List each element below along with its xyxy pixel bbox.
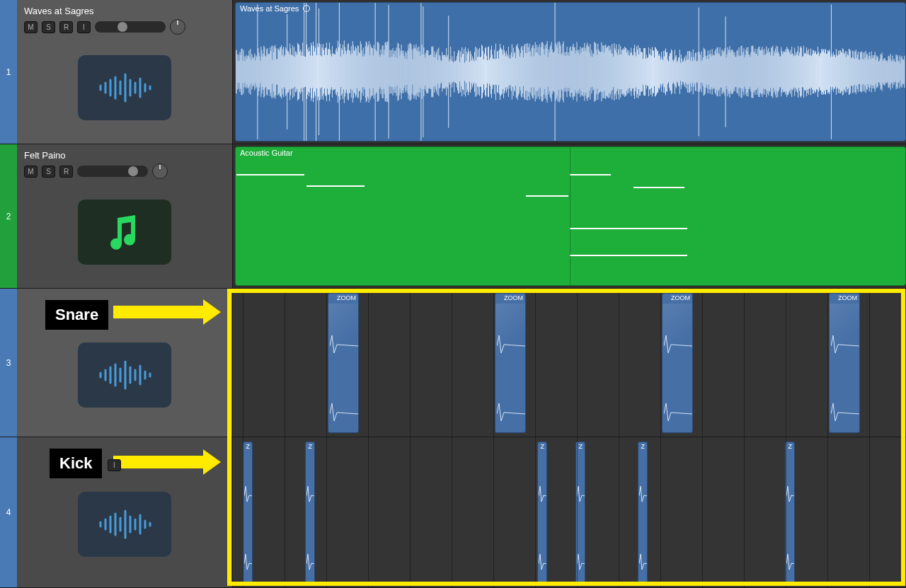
solo-button[interactable]: S bbox=[42, 166, 55, 178]
track-icon-wrap bbox=[24, 183, 225, 281]
track-number[interactable]: 4 bbox=[0, 437, 17, 587]
waveform-icon bbox=[78, 492, 171, 557]
clip-label: Z bbox=[579, 443, 583, 450]
record-button[interactable]: R bbox=[59, 166, 73, 178]
clip-label: Z bbox=[309, 443, 313, 450]
region-name: Acoustic Guitar bbox=[240, 149, 293, 157]
mute-button[interactable]: M bbox=[24, 21, 38, 33]
track-icon-wrap bbox=[24, 468, 225, 580]
track-controls: M S R I bbox=[24, 19, 225, 35]
midi-note[interactable] bbox=[570, 255, 687, 256]
track-name: Waves at Sagres bbox=[24, 6, 225, 16]
track-body: Waves at Sagres M S R I bbox=[17, 0, 232, 144]
timeline-panel[interactable]: Waves at Sagres Acoustic Guitar bbox=[233, 0, 906, 588]
clip-waveform-icon bbox=[577, 550, 585, 578]
bar-divider bbox=[570, 147, 570, 285]
track-number[interactable]: 2 bbox=[0, 144, 17, 288]
daw-app: 1 Waves at Sagres M S R I bbox=[0, 0, 906, 588]
lane-snare[interactable]: ZOOM ZOOM ZOOM ZOOM bbox=[233, 289, 906, 437]
snare-annotation-arrow bbox=[113, 306, 204, 318]
lane-midi-guitar[interactable]: Acoustic Guitar bbox=[233, 144, 906, 289]
volume-slider[interactable] bbox=[77, 166, 148, 177]
pan-knob[interactable] bbox=[152, 163, 168, 179]
clip-waveform-icon bbox=[539, 482, 547, 510]
midi-note[interactable] bbox=[306, 185, 365, 187]
clip-waveform-icon bbox=[786, 550, 795, 578]
waveform-display bbox=[236, 3, 905, 141]
kick-clip[interactable]: Z bbox=[537, 442, 547, 583]
kick-annotation-label: Kick bbox=[50, 449, 102, 478]
midi-note[interactable] bbox=[633, 187, 684, 188]
waveform-icon bbox=[78, 342, 171, 408]
volume-slider[interactable] bbox=[95, 21, 166, 33]
clip-label: Z bbox=[541, 443, 545, 450]
clip-label: ZOOM bbox=[671, 294, 690, 301]
track-number[interactable]: 3 bbox=[0, 289, 17, 437]
midi-note[interactable] bbox=[236, 174, 304, 175]
clip-label: ZOOM bbox=[504, 294, 523, 301]
clip-label: ZOOM bbox=[337, 294, 356, 301]
kick-clip[interactable]: Z bbox=[638, 442, 648, 583]
clip-label: ZOOM bbox=[838, 294, 857, 301]
record-button[interactable]: R bbox=[59, 21, 73, 33]
snare-clip[interactable]: ZOOM bbox=[662, 293, 693, 433]
midi-note[interactable] bbox=[570, 174, 611, 175]
track-header-1[interactable]: 1 Waves at Sagres M S R I bbox=[0, 0, 232, 144]
track-icon-wrap bbox=[24, 320, 225, 430]
clip-waveform-icon bbox=[306, 550, 315, 578]
midi-note[interactable] bbox=[570, 228, 687, 229]
kick-clip[interactable]: Z bbox=[575, 442, 585, 583]
clip-waveform-icon bbox=[497, 400, 525, 428]
track-controls: M S R bbox=[24, 163, 225, 179]
tracks-panel: 1 Waves at Sagres M S R I bbox=[0, 0, 233, 588]
clip-waveform-icon bbox=[330, 400, 358, 428]
midi-note[interactable] bbox=[526, 195, 568, 197]
track-name: Felt Paino bbox=[24, 150, 225, 161]
kick-clip[interactable]: Z bbox=[305, 442, 315, 583]
mute-button[interactable]: M bbox=[24, 166, 38, 178]
kick-annotation-arrow bbox=[113, 456, 204, 468]
clip-waveform-icon bbox=[786, 482, 795, 510]
solo-button[interactable]: S bbox=[42, 21, 55, 33]
clip-waveform-icon bbox=[577, 482, 585, 510]
track-body: Felt Paino M S R bbox=[17, 144, 232, 288]
clip-label: Z bbox=[789, 443, 793, 450]
kick-clip[interactable]: Z bbox=[243, 442, 253, 583]
track-number[interactable]: 1 bbox=[0, 0, 17, 144]
snare-clip[interactable]: ZOOM bbox=[328, 293, 359, 433]
clip-waveform-icon bbox=[244, 482, 253, 510]
snare-annotation-label: Snare bbox=[45, 300, 108, 330]
midi-region[interactable]: Acoustic Guitar bbox=[235, 146, 906, 286]
clip-waveform-icon bbox=[831, 400, 859, 428]
clip-waveform-icon bbox=[306, 482, 315, 510]
region-label: Acoustic Guitar bbox=[240, 149, 293, 157]
input-button[interactable]: I bbox=[108, 459, 121, 471]
clip-label: Z bbox=[246, 443, 251, 450]
clip-label: Z bbox=[641, 443, 646, 450]
clip-waveform-icon bbox=[244, 550, 253, 578]
clip-waveform-icon bbox=[639, 550, 648, 578]
pan-knob[interactable] bbox=[170, 19, 185, 35]
track-icon-wrap bbox=[24, 39, 225, 137]
music-note-icon bbox=[78, 200, 171, 265]
input-button[interactable]: I bbox=[77, 21, 91, 33]
waveform-icon bbox=[78, 55, 171, 120]
lane-audio-waves[interactable]: Waves at Sagres bbox=[233, 0, 906, 144]
kick-clip[interactable]: Z bbox=[785, 442, 795, 583]
clip-waveform-icon bbox=[639, 482, 648, 510]
clip-waveform-icon bbox=[539, 550, 547, 578]
clip-waveform-icon bbox=[664, 400, 692, 428]
audio-region[interactable]: Waves at Sagres bbox=[235, 2, 906, 142]
snare-clip[interactable]: ZOOM bbox=[495, 293, 526, 433]
track-header-2[interactable]: 2 Felt Paino M S R bbox=[0, 144, 232, 289]
lane-kick[interactable]: Z Z Z Z Z Z bbox=[233, 437, 906, 588]
snare-clip[interactable]: ZOOM bbox=[829, 293, 860, 433]
